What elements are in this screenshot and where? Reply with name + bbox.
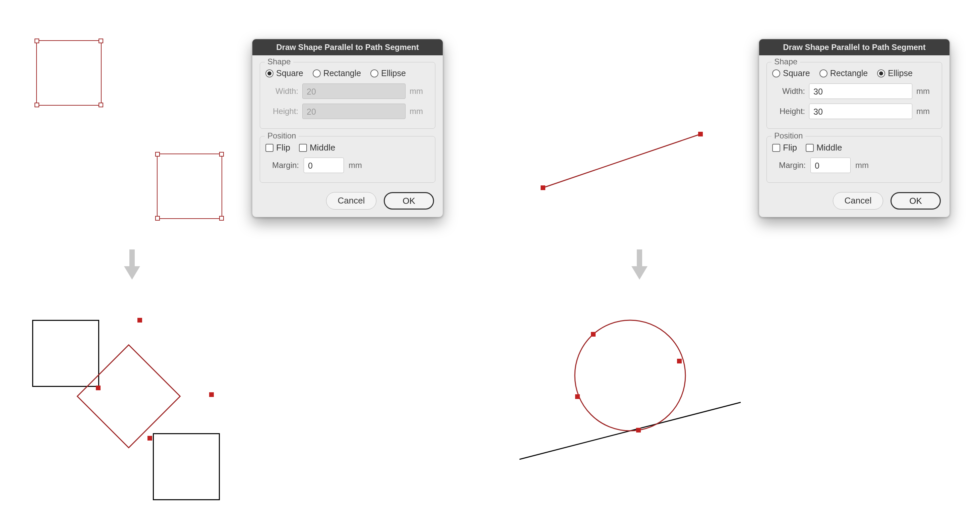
result-rect-2 [153, 433, 220, 500]
checkbox-icon [806, 144, 814, 152]
radio-rectangle[interactable]: Rectangle [313, 68, 361, 78]
checkbox-middle[interactable]: Middle [806, 142, 842, 153]
width-input[interactable]: 30 [809, 83, 912, 99]
group-shape-label: Shape [772, 57, 800, 66]
before-line [533, 127, 711, 194]
radio-icon [877, 69, 885, 78]
width-unit: mm [410, 86, 430, 96]
group-shape: Shape Square Rectangle Ellipse Width: 30 [767, 62, 942, 129]
before-rect-2 [157, 154, 222, 219]
width-label: Width: [266, 86, 298, 96]
radio-icon [772, 69, 780, 78]
checkbox-icon [266, 144, 274, 152]
ok-button[interactable]: OK [891, 192, 941, 210]
anchor-dot [209, 392, 214, 397]
group-shape-label: Shape [265, 57, 293, 66]
cancel-button[interactable]: Cancel [833, 192, 883, 210]
radio-icon [370, 69, 379, 78]
height-label: Height: [266, 107, 298, 116]
anchor-dot [148, 436, 152, 441]
margin-input[interactable]: 0 [304, 158, 344, 173]
group-position: Position Flip Middle Margin: 0 mm [767, 136, 942, 183]
checkbox-flip[interactable]: Flip [772, 142, 797, 153]
margin-label: Margin: [772, 161, 806, 170]
dialog-right: Draw Shape Parallel to Path Segment Shap… [759, 39, 950, 217]
group-position-label: Position [772, 131, 805, 140]
group-position: Position Flip Middle Margin: 0 mm [260, 136, 435, 183]
radio-square[interactable]: Square [266, 68, 303, 78]
margin-unit: mm [855, 161, 875, 170]
checkbox-icon [299, 144, 307, 152]
margin-unit: mm [348, 161, 369, 170]
svg-line-0 [543, 134, 700, 188]
radio-square[interactable]: Square [772, 68, 810, 78]
group-position-label: Position [265, 131, 299, 140]
margin-label: Margin: [266, 161, 299, 170]
height-input: 20 [302, 103, 406, 119]
down-arrow-icon [124, 250, 140, 280]
radio-icon [266, 69, 274, 78]
before-rect-1 [36, 40, 102, 106]
width-unit: mm [916, 86, 936, 96]
svg-rect-1 [541, 185, 545, 190]
height-label: Height: [772, 107, 805, 116]
cancel-button[interactable]: Cancel [326, 192, 376, 210]
height-unit: mm [916, 107, 936, 116]
radio-rectangle[interactable]: Rectangle [819, 68, 868, 78]
radio-ellipse[interactable]: Ellipse [877, 68, 913, 78]
margin-input[interactable]: 0 [810, 158, 851, 173]
width-label: Width: [772, 86, 805, 96]
svg-rect-5 [591, 332, 596, 337]
checkbox-icon [772, 144, 780, 152]
checkbox-flip[interactable]: Flip [266, 142, 290, 153]
radio-icon [819, 69, 827, 78]
svg-rect-6 [677, 359, 682, 363]
height-unit: mm [410, 107, 430, 116]
anchor-dot [137, 318, 142, 323]
height-input[interactable]: 30 [809, 103, 912, 119]
checkbox-middle[interactable]: Middle [299, 142, 336, 153]
svg-point-4 [575, 320, 686, 431]
down-arrow-icon [632, 250, 648, 280]
anchor-dot [96, 385, 100, 390]
result-circle-scene [509, 312, 751, 470]
svg-rect-7 [575, 394, 580, 399]
svg-rect-8 [636, 428, 641, 433]
svg-rect-2 [698, 132, 703, 137]
ok-button[interactable]: OK [384, 192, 434, 210]
radio-ellipse[interactable]: Ellipse [370, 68, 406, 78]
dialog-left: Draw Shape Parallel to Path Segment Shap… [252, 39, 443, 217]
width-input: 20 [302, 83, 406, 99]
radio-icon [313, 69, 321, 78]
dialog-title: Draw Shape Parallel to Path Segment [252, 39, 443, 55]
result-rect-1 [32, 320, 99, 387]
dialog-title: Draw Shape Parallel to Path Segment [759, 39, 950, 55]
group-shape: Shape Square Rectangle Ellipse Width: 20 [260, 62, 435, 129]
